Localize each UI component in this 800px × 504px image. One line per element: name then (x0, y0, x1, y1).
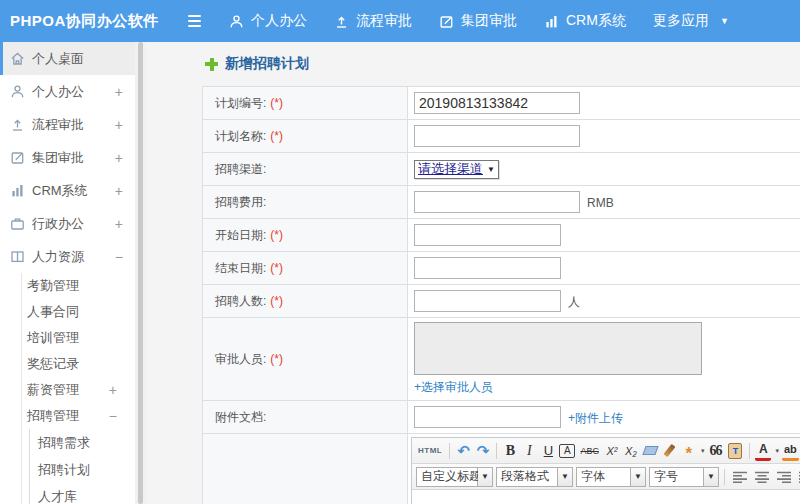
sidebar-item-desktop[interactable]: 个人桌面 (0, 42, 135, 75)
attachment-input[interactable] (414, 406, 561, 428)
start-date-input[interactable] (414, 224, 561, 246)
menu-more-apps[interactable]: 更多应用 ▼ (653, 12, 729, 30)
expand-toggle[interactable]: − (109, 403, 117, 429)
approvers-textarea[interactable] (414, 322, 702, 375)
attachment-upload-link[interactable]: +附件上传 (568, 411, 623, 425)
unit-suffix: 人 (568, 295, 580, 309)
chart-icon (10, 183, 25, 198)
sidebar-scrollbar[interactable] (135, 42, 146, 504)
expand-toggle[interactable]: + (115, 117, 123, 133)
sidebar-item-attendance[interactable]: 考勤管理 (22, 273, 135, 299)
caret-down-icon[interactable]: ▼ (478, 467, 493, 487)
rich-text-editor: HTML B I U A ABC X² X₂ ▾ (411, 437, 800, 504)
caret-down-icon: ▼ (487, 165, 495, 174)
expand-toggle[interactable]: + (115, 84, 123, 100)
form-row-content: HTML B I U A ABC X² X₂ ▾ (203, 434, 800, 504)
undo-icon[interactable] (455, 441, 472, 461)
font-family-combo[interactable]: 字体▼ (576, 467, 646, 487)
bold-button[interactable]: B (502, 441, 518, 461)
paste-icon[interactable] (728, 443, 742, 459)
user-icon (10, 84, 25, 99)
topbar: PHPOA协同办公软件 个人办公 流程审批 集团审批 CRM系统 更多应用 ▼ (0, 0, 800, 42)
required-mark: (*) (270, 228, 283, 242)
sidebar-item-group-approval[interactable]: 集团审批 + (0, 141, 135, 174)
sidebar-item-recruit-mgmt[interactable]: 招聘管理− (22, 403, 135, 429)
expand-toggle[interactable]: + (115, 183, 123, 199)
align-right-icon[interactable] (774, 467, 793, 487)
back-color-button[interactable]: ab (782, 441, 799, 461)
sidebar-item-salary[interactable]: 薪资管理+ (22, 377, 135, 403)
autotypeset-button[interactable]: A (559, 444, 575, 458)
eraser-icon[interactable] (642, 446, 658, 455)
field-label: 附件文档: (215, 410, 266, 424)
home-icon (10, 51, 25, 66)
plan-name-input[interactable] (414, 125, 580, 147)
caret-down-icon[interactable]: ▾ (775, 447, 779, 455)
form-row-approvers: 审批人员:(*) +选择审批人员 (203, 318, 800, 401)
sidebar-item-personal-office[interactable]: 个人办公 + (0, 75, 135, 108)
caret-down-icon[interactable]: ▼ (704, 467, 719, 487)
strikethrough-button[interactable]: ABC (578, 441, 601, 461)
scrollbar-thumb[interactable] (138, 42, 143, 504)
briefcase-icon (10, 216, 25, 231)
sidebar-item-admin-office[interactable]: 行政办公 + (0, 207, 135, 240)
plan-no-input[interactable] (414, 92, 580, 114)
field-label: 招聘人数: (215, 294, 266, 308)
font-size-combo[interactable]: 字号▼ (649, 467, 719, 487)
sidebar-item-talent-pool[interactable]: 人才库 (30, 483, 135, 504)
expand-toggle[interactable]: + (115, 150, 123, 166)
required-mark: (*) (270, 294, 283, 308)
form-row-attachment: 附件文档: +附件上传 (203, 401, 800, 434)
sidebar-item-crm[interactable]: CRM系统 + (0, 174, 135, 207)
select-approvers-link[interactable]: +选择审批人员 (414, 380, 493, 394)
channel-select[interactable]: 请选择渠道 ▼ (414, 160, 499, 179)
subscript-button[interactable]: X₂ (623, 441, 639, 461)
required-mark: (*) (270, 96, 283, 110)
superscript-button[interactable]: X² (604, 441, 620, 461)
align-justify-icon[interactable] (796, 467, 800, 487)
custom-title-combo[interactable]: 自定义标题▼ (416, 467, 493, 487)
underline-button[interactable]: U (540, 441, 556, 461)
menu-crm[interactable]: CRM系统 (544, 12, 626, 30)
align-center-icon[interactable] (752, 467, 771, 487)
italic-button[interactable]: I (521, 441, 537, 461)
expand-toggle[interactable]: + (109, 377, 117, 403)
required-mark: (*) (270, 261, 283, 275)
field-label: 开始日期: (215, 228, 266, 242)
menu-group-approval[interactable]: 集团审批 (439, 12, 517, 30)
font-color-button[interactable]: A (755, 441, 771, 461)
sidebar-item-hr[interactable]: 人力资源 − (0, 240, 135, 273)
editor-toolbar-row1: HTML B I U A ABC X² X₂ ▾ (412, 438, 800, 464)
main-content: 新增招聘计划 计划编号:(*) 计划名称:(*) 招聘渠道: 请选择渠道 ▼ 招… (146, 42, 800, 504)
hamburger-icon[interactable] (188, 15, 201, 27)
menu-personal-office[interactable]: 个人办公 (229, 12, 307, 30)
paragraph-format-combo[interactable]: 段落格式▼ (496, 467, 573, 487)
menu-workflow-approval[interactable]: 流程审批 (334, 12, 412, 30)
caret-down-icon[interactable]: ▼ (631, 467, 646, 487)
sidebar-item-recruit-plan[interactable]: 招聘计划 (30, 456, 135, 483)
format-painter-icon[interactable] (681, 441, 697, 461)
clean-format-icon[interactable] (664, 444, 676, 457)
source-code-button[interactable]: HTML (416, 441, 444, 461)
editor-content-area[interactable] (412, 490, 800, 504)
headcount-input[interactable] (414, 290, 561, 312)
blockquote-button[interactable]: 66 (707, 441, 723, 461)
sidebar-item-hr-contract[interactable]: 人事合同 (22, 299, 135, 325)
expand-toggle[interactable]: − (115, 249, 123, 265)
end-date-input[interactable] (414, 257, 561, 279)
align-left-icon[interactable] (730, 467, 749, 487)
sidebar-item-rewards[interactable]: 奖惩记录 (22, 351, 135, 377)
caret-down-icon[interactable]: ▾ (701, 447, 705, 455)
expand-toggle[interactable]: + (115, 216, 123, 232)
caret-down-icon[interactable]: ▼ (558, 467, 573, 487)
sidebar-item-recruit-demand[interactable]: 招聘需求 (30, 429, 135, 456)
book-icon (10, 249, 25, 264)
form-row-channel: 招聘渠道: 请选择渠道 ▼ (203, 153, 800, 186)
form-row-end-date: 结束日期:(*) (203, 252, 800, 285)
sidebar-item-workflow-approval[interactable]: 流程审批 + (0, 108, 135, 141)
recruit-submenu: 招聘需求 招聘计划 人才库 (29, 429, 135, 504)
redo-icon[interactable] (475, 441, 492, 461)
editor-toolbar-row2: 自定义标题▼ 段落格式▼ 字体▼ 字号▼ (412, 464, 800, 490)
sidebar-item-training[interactable]: 培训管理 (22, 325, 135, 351)
cost-input[interactable] (414, 191, 580, 213)
